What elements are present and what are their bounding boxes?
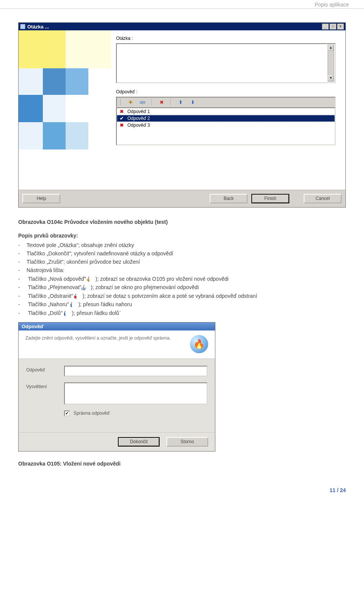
dialog-footer: Dokončit Storno [19, 432, 215, 451]
scroll-up-icon[interactable]: ▲ [328, 45, 334, 51]
help-button[interactable]: Help [22, 194, 60, 203]
desc-item: Nástrojová lišta: [18, 266, 346, 274]
new-answer-icon: ✚ [89, 277, 96, 283]
desc-item: Tlačítko „Dolů" (⬇); přesun řádku dolů¨ [18, 309, 346, 317]
close-button[interactable]: × [337, 24, 344, 30]
delete-icon[interactable]: ✖ [158, 99, 165, 105]
answer-row-selected[interactable]: ✔ Odpověď 2 [117, 115, 335, 122]
wrong-mark-icon: ✖ [119, 123, 124, 128]
rename-icon: a|e [85, 286, 91, 291]
desc-item: Tlačítko „Odstranit" (✖); zobrazí se dot… [18, 292, 346, 300]
answer-text: Odpověď 1 [127, 109, 150, 114]
move-up-icon: ⬆ [72, 303, 78, 308]
toolbar-separator [121, 99, 121, 105]
move-down-icon: ⬇ [66, 312, 72, 317]
answers-list[interactable]: ✖ Odpověď 1 ✔ Odpověď 2 ✖ Odpověď 3 [116, 107, 336, 145]
answers-label: Odpověď : [116, 89, 336, 94]
wizard-footer: Help Back Finish Cancel [19, 190, 345, 207]
figure-title: Obrazovka O104c Průvodce vložením nového… [18, 218, 346, 226]
new-answer-icon[interactable]: ✚ [127, 99, 133, 105]
checkbox-label: Správna odpověď [74, 411, 110, 416]
correct-answer-checkbox[interactable]: ✔ [64, 411, 70, 416]
explanation-field-label: Vysvětlení [26, 382, 60, 389]
scroll-down-icon[interactable]: ▼ [328, 76, 334, 81]
page-header: Popis aplikace [0, 0, 364, 9]
back-button[interactable]: Back [210, 194, 248, 203]
wrong-mark-icon: ✖ [119, 109, 124, 114]
figure2-title: Obrazovka O105: Vložení nové odpovědi [18, 461, 346, 467]
figure-description: Obrazovka O104c Průvodce vložením nového… [18, 218, 346, 317]
finish-button[interactable]: Finish [251, 194, 289, 203]
dialog-cancel-button[interactable]: Storno [166, 437, 208, 447]
answer-row[interactable]: ✖ Odpověď 3 [117, 122, 335, 129]
wizard-window: Otázka ... _ □ × Otázka : [18, 22, 346, 208]
move-up-icon[interactable]: ⬆ [177, 99, 184, 105]
explanation-textarea[interactable] [64, 382, 207, 404]
answer-dialog: Odpověď Zadejte znění odpovědi, vysvětle… [18, 322, 215, 452]
dialog-title: Odpověď [22, 324, 212, 329]
desc-item: Tlačítko „Přejmenovat" (a|e); zobrazí se… [18, 283, 346, 291]
question-textarea[interactable]: ▲ ▼ [116, 43, 336, 83]
page-number: 11 / 24 [0, 476, 364, 501]
desc-item: Tlačítko „Dokončit"; vytvoření nadefinov… [18, 250, 346, 257]
correct-mark-icon: ✔ [119, 116, 124, 121]
question-label: Otázka : [116, 36, 336, 41]
maximize-button[interactable]: □ [329, 24, 336, 30]
app-icon [20, 24, 25, 29]
answers-toolbar: ✚ a|e ✖ ⬆ ⬇ [116, 97, 336, 107]
dialog-hint: Zadejte znění odpovědi, vysvětlení a ozn… [25, 335, 186, 353]
toolbar-separator [171, 99, 171, 105]
answer-field-label: Odpověď [26, 366, 60, 373]
desc-item: Tlačítko „Nahoru" (⬆); přesun řádku naho… [18, 300, 346, 308]
dialog-titlebar: Odpověď [19, 323, 215, 330]
toolbar-separator [152, 99, 152, 105]
fire-icon: 🔥 [190, 335, 208, 353]
answer-row[interactable]: ✖ Odpověď 1 [117, 108, 335, 115]
minimize-button[interactable]: _ [322, 24, 329, 30]
answer-text: Odpověď 2 [127, 116, 150, 121]
window-title: Otázka ... [27, 24, 321, 30]
move-down-icon[interactable]: ⬇ [190, 99, 196, 105]
titlebar: Otázka ... _ □ × [19, 23, 345, 30]
delete-icon: ✖ [77, 294, 83, 300]
cancel-button[interactable]: Cancel [304, 194, 342, 203]
scrollbar[interactable]: ▲ ▼ [328, 45, 334, 82]
desc-item: Tlačítko „Zrušit"; ukončení průvodce bez… [18, 258, 346, 266]
wizard-side-graphic [19, 30, 111, 190]
answer-input[interactable] [64, 366, 207, 376]
answer-text: Odpověď 3 [127, 123, 150, 128]
desc-item: Tlačítko „Nová odpověď" (✚); zobrazí se … [18, 275, 346, 283]
desc-subhead: Popis prvků obrazovky: [18, 232, 346, 239]
rename-icon[interactable]: a|e [140, 99, 146, 105]
desc-item: Textové pole „Otázka"; obsahuje znění ot… [18, 241, 346, 249]
dialog-ok-button[interactable]: Dokončit [118, 437, 160, 447]
